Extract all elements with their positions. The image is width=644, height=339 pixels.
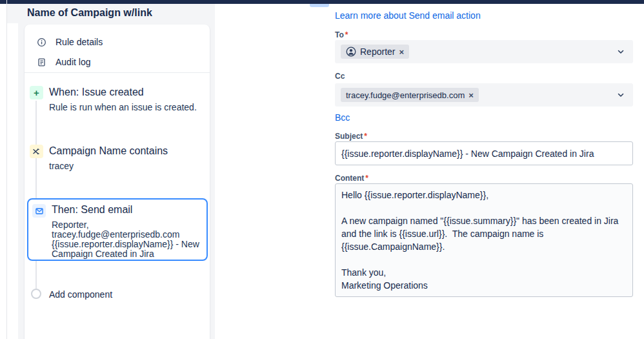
shuffle-icon (30, 145, 43, 158)
to-select[interactable]: Reporter × (335, 40, 633, 63)
sidebar-item-audit-log[interactable]: Audit log (25, 52, 210, 72)
scrollbar-thumb[interactable] (310, 4, 329, 7)
plus-icon: + (30, 86, 43, 99)
audit-log-icon (37, 57, 46, 67)
chevron-down-icon[interactable] (616, 47, 625, 56)
email-icon (32, 204, 46, 218)
remove-chip-icon[interactable]: × (399, 48, 404, 56)
content-textarea[interactable]: Hello {{issue.reporter.displayName}}, A … (335, 183, 633, 297)
sidebar-item-label: Audit log (55, 57, 90, 67)
sidebar-left-border (6, 0, 7, 339)
required-asterisk: * (364, 132, 367, 141)
required-asterisk: * (345, 30, 348, 39)
action-title[interactable]: Then: Send email (52, 204, 132, 216)
to-label: To* (335, 28, 348, 40)
rule-name-title: Name of Campaign w/link (27, 7, 152, 19)
chevron-down-icon[interactable] (616, 90, 625, 99)
subject-label: Subject* (335, 130, 367, 141)
add-component-icon[interactable] (31, 289, 41, 299)
cc-label: Cc (335, 72, 345, 81)
person-icon (346, 46, 356, 57)
add-component-button[interactable]: Add component (49, 289, 112, 300)
required-asterisk: * (365, 174, 368, 183)
trigger-description: Rule is run when an issue is created. (49, 103, 197, 112)
learn-more-link[interactable]: Learn more about Send email action (335, 10, 481, 21)
subject-input[interactable] (335, 141, 633, 165)
remove-chip-icon[interactable]: × (468, 91, 474, 99)
content-label: Content* (335, 172, 368, 183)
info-icon (37, 37, 46, 47)
condition-description: tracey (49, 161, 74, 171)
sidebar-item-rule-details[interactable]: Rule details (25, 32, 210, 52)
action-description: Reporter, tracey.fudge@enterprisedb.com … (52, 220, 199, 259)
condition-title[interactable]: Campaign Name contains (49, 145, 168, 157)
trigger-title[interactable]: When: Issue created (49, 87, 144, 98)
sidebar-divider (25, 72, 210, 73)
to-chip: Reporter × (341, 45, 409, 59)
cc-select[interactable]: tracey.fudge@enterprisedb.com × (335, 83, 633, 107)
bcc-link[interactable]: Bcc (335, 112, 350, 123)
cc-chip: tracey.fudge@enterprisedb.com × (341, 88, 479, 102)
sidebar-item-label: Rule details (55, 37, 103, 47)
